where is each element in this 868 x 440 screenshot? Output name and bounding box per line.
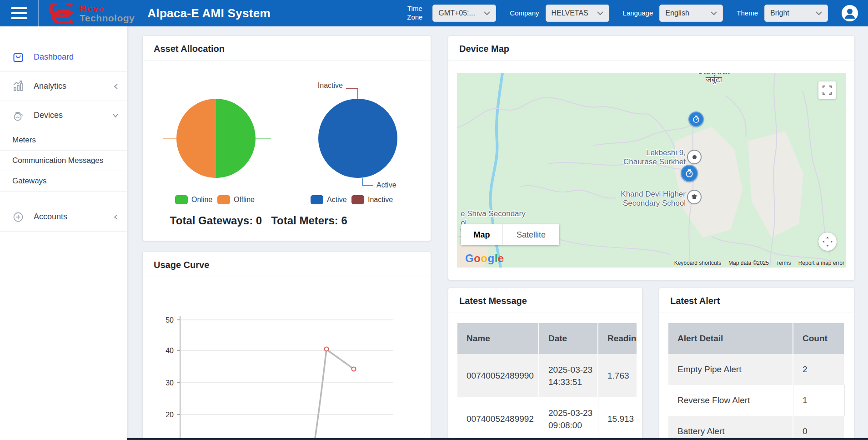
google-letter: G bbox=[465, 252, 474, 264]
analytics-icon bbox=[12, 80, 25, 93]
theme-value: Bright bbox=[770, 9, 789, 17]
pan-control[interactable] bbox=[818, 233, 837, 251]
sidebar-item-label: Accounts bbox=[34, 212, 67, 222]
sidebar-item-dashboard[interactable]: Dashboard bbox=[0, 43, 127, 72]
sidebar-item-meters[interactable]: Meters bbox=[0, 130, 127, 151]
map-label-line: Lekbeshi 9, bbox=[595, 148, 686, 157]
column-header-alert-detail: Alert Detail bbox=[668, 323, 793, 354]
latest-message-table: Name Date Reading 00740052489990 2025-03… bbox=[457, 323, 637, 440]
pie-callout-line bbox=[346, 88, 358, 89]
legend-label: Offline bbox=[234, 196, 255, 204]
cell-alert-detail: Reverse Flow Alert bbox=[668, 385, 793, 416]
card-title: Latest Message bbox=[448, 288, 642, 313]
column-header-name: Name bbox=[457, 323, 539, 354]
sidebar-item-label: Devices bbox=[34, 111, 63, 120]
bove-logo-icon bbox=[49, 3, 76, 23]
gateways-pie-chart bbox=[176, 99, 256, 178]
header-divider bbox=[38, 0, 39, 26]
map-attribution: Keyboard shortcuts Map data ©2025 Terms … bbox=[674, 260, 844, 266]
card-title: Device Map bbox=[448, 36, 854, 61]
map-label-line: Khand Devi Higher bbox=[595, 190, 686, 199]
device-map-card: Device Map Jarbuta जर्बुटा bbox=[448, 36, 854, 280]
legend-label: Online bbox=[191, 196, 212, 204]
keyboard-shortcuts-link[interactable]: Keyboard shortcuts bbox=[674, 260, 721, 266]
timezone-label: Time Zone bbox=[403, 5, 426, 22]
hamburger-menu-icon[interactable] bbox=[11, 7, 27, 19]
table-row: 00740052489990 2025-03-23 14:33:51 1.763 bbox=[457, 354, 637, 397]
lekbeshi-marker[interactable] bbox=[688, 151, 701, 163]
satellite-button[interactable]: Satellite bbox=[503, 224, 559, 245]
fullscreen-button[interactable] bbox=[818, 81, 836, 99]
sidebar-item-devices[interactable]: Devices bbox=[0, 101, 127, 130]
sidebar-item-label: Analytics bbox=[34, 81, 66, 91]
date-line: 2025-03-23 bbox=[548, 364, 592, 376]
sidebar-item-gateways[interactable]: Gateways bbox=[0, 171, 127, 192]
table-row: 00740052489992 2025-03-23 09:08:00 15.91… bbox=[457, 397, 637, 440]
pie-callout-line bbox=[362, 185, 373, 186]
fullscreen-icon bbox=[823, 86, 832, 95]
pie-callout-inactive: Inactive bbox=[288, 81, 343, 90]
brand-name-2: Technology bbox=[80, 13, 135, 23]
timezone-select[interactable]: GMT+05:... bbox=[432, 5, 496, 22]
language-value: English bbox=[665, 9, 689, 17]
company-select[interactable]: HELVETAS bbox=[546, 5, 609, 22]
map-type-toggle: Map Satellite bbox=[461, 224, 559, 245]
company-value: HELVETAS bbox=[552, 9, 588, 17]
total-gateways: Total Gateways: 0 bbox=[170, 214, 262, 227]
chevron-down-icon bbox=[112, 113, 119, 118]
device-marker[interactable] bbox=[688, 111, 704, 127]
cell-count: 0 bbox=[793, 416, 845, 440]
map-button[interactable]: Map bbox=[461, 224, 503, 245]
google-logo[interactable]: Google bbox=[465, 252, 504, 265]
map-label-lekbeshi: Lekbeshi 9, Chaurase Surkhet bbox=[595, 148, 686, 167]
map-label-line: Secondary School bbox=[595, 199, 686, 208]
latest-alert-table: Alert Detail Count Empty Pipe Alert 2 Re… bbox=[668, 323, 845, 440]
terms-link[interactable]: Terms bbox=[776, 260, 791, 266]
card-divider bbox=[143, 61, 431, 61]
bottom-edge-strip bbox=[0, 438, 868, 440]
latest-message-card: Latest Message Name Date Reading 0074005… bbox=[448, 288, 642, 440]
card-divider bbox=[143, 277, 431, 277]
column-header-reading: Reading bbox=[598, 323, 637, 354]
column-header-count: Count bbox=[793, 323, 845, 354]
user-avatar[interactable] bbox=[842, 5, 858, 21]
school-marker[interactable] bbox=[688, 191, 701, 203]
device-marker[interactable] bbox=[681, 165, 698, 182]
dashboard-icon bbox=[12, 51, 25, 64]
sidebar-item-analytics[interactable]: Analytics bbox=[0, 72, 127, 101]
page-title: Alpaca-E AMI System bbox=[147, 6, 271, 20]
sidebar-subitem-label: Communication Messages bbox=[12, 156, 103, 165]
card-divider bbox=[448, 313, 642, 313]
cell-reading: 1.763 bbox=[598, 354, 637, 397]
map-label-line: e Shiva Secondary bbox=[461, 209, 526, 218]
map-data-label: Map data ©2025 bbox=[728, 260, 769, 266]
theme-select[interactable]: Bright bbox=[764, 5, 828, 22]
legend-inactive: Inactive bbox=[351, 195, 393, 204]
meters-pie-chart bbox=[318, 99, 397, 178]
marker-dot bbox=[692, 155, 697, 159]
legend-label: Inactive bbox=[368, 196, 393, 204]
legend-offline: Offline bbox=[217, 195, 255, 204]
table-header-row: Name Date Reading bbox=[457, 323, 637, 354]
pie-callout-line bbox=[163, 138, 176, 139]
chevron-down-icon bbox=[816, 11, 822, 15]
report-map-error-link[interactable]: Report a map error bbox=[798, 260, 844, 266]
sidebar-item-accounts[interactable]: Accounts bbox=[0, 202, 127, 232]
table-row: Empty Pipe Alert 2 bbox=[668, 354, 845, 385]
language-select[interactable]: English bbox=[659, 5, 723, 22]
chevron-down-icon bbox=[711, 11, 717, 15]
legend-active: Active bbox=[311, 195, 347, 204]
google-letter: o bbox=[474, 252, 481, 264]
map-label-khand-devi: Khand Devi Higher Secondary School bbox=[595, 190, 686, 208]
sidebar-item-communication-messages[interactable]: Communication Messages bbox=[0, 151, 127, 171]
column-header-date: Date bbox=[539, 323, 598, 354]
google-map[interactable]: Jarbuta जर्बुटा Lekbeshi 9, Chaurase Sur… bbox=[457, 73, 846, 268]
card-title: Latest Alert bbox=[659, 288, 854, 313]
total-meters: Total Meters: 6 bbox=[271, 214, 347, 227]
graduation-cap-icon bbox=[691, 194, 698, 200]
card-title: Asset Allocation bbox=[143, 36, 431, 61]
card-title: Usage Curve bbox=[143, 252, 431, 277]
ytick-50: 50 bbox=[166, 316, 174, 324]
ytick-30: 30 bbox=[166, 379, 174, 387]
google-letter: g bbox=[488, 252, 495, 264]
